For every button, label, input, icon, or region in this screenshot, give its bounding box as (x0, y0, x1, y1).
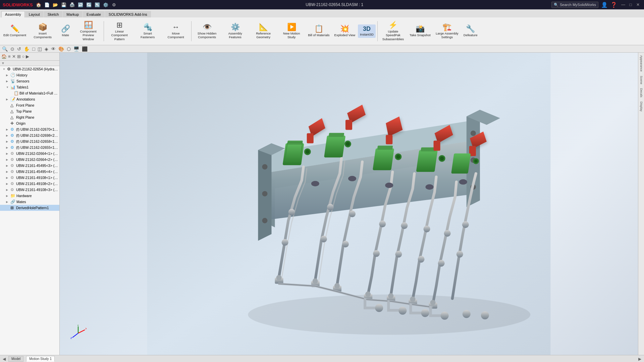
sel-btn[interactable]: ↖️ (94, 1, 101, 8)
edit-component-btn[interactable]: ✏️ Edit Component (1, 24, 28, 38)
display-style-btn[interactable]: ◈ (44, 46, 49, 52)
tab-model[interactable]: Model (8, 356, 23, 362)
zoom-area-btn[interactable]: ⊙ (10, 46, 15, 52)
tab-solidworks-addins[interactable]: SOLIDWORKS Add-Ins (105, 11, 151, 17)
take-snapshot-label: Take Snapshot (410, 33, 431, 37)
update-speedpak-btn[interactable]: ⚡ Update SpeedPak Subassemblies (379, 20, 407, 42)
tree-item-comp5[interactable]: ▶ ⚙ UBW-21162-02664<1> (Valve Brac (0, 150, 59, 157)
edit-appearance-btn[interactable]: 🎨 (58, 46, 65, 52)
print-btn[interactable]: 🖨️ (68, 1, 76, 8)
tree-item-history[interactable]: ▶ 🕐 History (0, 72, 59, 78)
dim-mgr-icon[interactable]: ⊞ (17, 54, 21, 59)
tree-item-front-plane[interactable]: △ Front Plane (0, 102, 59, 108)
tree-item-annotations[interactable]: ▶ 📝 Annotations (0, 96, 59, 102)
rotate-view-btn[interactable]: ↺ (16, 46, 22, 52)
minimize-btn[interactable]: — (620, 1, 627, 8)
tree-item-comp2[interactable]: ▶ ⚙ (f) UBW-21162-02698<2> (PVHO I (0, 132, 59, 138)
instant3d-btn[interactable]: 3D Instant3D (358, 24, 376, 38)
markup-icon[interactable]: ○ (22, 54, 25, 59)
open-btn[interactable]: 📂 (52, 1, 59, 8)
view-orient-btn[interactable]: □ (32, 46, 36, 52)
tree-item-derived-hole-pattern[interactable]: ⊞ DerivedHolePattern1 (0, 205, 59, 211)
close-btn[interactable]: ✕ (635, 1, 641, 8)
exploded-view-btn[interactable]: 💥 Exploded View (332, 24, 358, 38)
tree-item-root[interactable]: ▼ ⚙ UBW-21162-02654 (Hydraulic Shut Off (0, 66, 59, 72)
show-hidden-label: Show Hidden Components (195, 32, 219, 39)
component-preview-btn[interactable]: 🪟 Component Preview Window (74, 20, 102, 42)
decals-tab[interactable]: Decals (639, 87, 644, 99)
options-btn[interactable]: ⚙ (110, 1, 118, 8)
sep3 (377, 21, 378, 41)
tab-assembly[interactable]: Assembly (1, 11, 25, 17)
expand-icon[interactable]: ▶ (26, 54, 29, 59)
tree-item-sensors[interactable]: ▶ 📡 Sensors (0, 78, 59, 84)
scene-btn[interactable]: ⬡ (66, 46, 71, 52)
linear-component-pattern-btn[interactable]: ⊞ Linear Component Pattern (106, 20, 133, 42)
insert-components-btn[interactable]: 📦 Insert Components (29, 22, 56, 41)
appearance-tab[interactable]: Appearance (639, 54, 644, 73)
tree-item-top-plane[interactable]: △ Top Plane (0, 108, 59, 114)
view-setting-btn[interactable]: ⬛ (81, 46, 88, 52)
take-snapshot-btn[interactable]: 📸 Take Snapshot (408, 24, 433, 38)
user-icon[interactable]: 👤 (601, 2, 608, 8)
new-motion-study-btn[interactable]: ▶️ New Motion Study (278, 22, 305, 41)
tree-item-mates[interactable]: ▶ 🔗 Mates (0, 199, 59, 205)
config-mgr-icon[interactable]: ✕ (12, 54, 16, 59)
home-btn[interactable]: 🏠 (35, 1, 42, 8)
smart-fasteners-btn[interactable]: 🔩 Smart Fasteners (134, 22, 161, 41)
bill-of-materials-btn[interactable]: 📋 Bill of Materials (306, 24, 331, 38)
reference-geometry-btn[interactable]: 📐 Reference Geometry (250, 22, 277, 41)
defeature-btn[interactable]: 🔧 Defeature (462, 24, 480, 38)
svg-point-43 (423, 226, 430, 232)
show-hidden-components-btn[interactable]: 👁️ Show Hidden Components (193, 22, 221, 41)
scroll-left-btn[interactable]: ◀ (3, 357, 6, 361)
tab-markup[interactable]: Markup (63, 11, 83, 17)
large-assembly-settings-btn[interactable]: 🏗️ Large Assembly Settings (433, 22, 461, 41)
settings-btn[interactable]: ⚙️ (102, 1, 109, 8)
tab-motion-study-1[interactable]: Motion Study 1 (26, 356, 55, 362)
zoom-fit-btn[interactable]: 🔍 (1, 46, 8, 52)
move-component-btn[interactable]: ↔️ Move Component (162, 22, 190, 41)
tree-item-comp6[interactable]: ▶ ⚙ UBW-21162-02664<2> (Valve Brac (0, 157, 59, 163)
tab-sketch[interactable]: Sketch (44, 11, 63, 17)
tree-item-origin[interactable]: ✛ Origin (0, 120, 59, 126)
svg-point-62 (398, 307, 407, 315)
section-view-btn[interactable]: ◫ (37, 46, 43, 52)
scroll-right-btn[interactable]: ▶ (638, 357, 641, 361)
feature-mgr-icon[interactable]: 🏠 (1, 54, 7, 59)
mate-btn[interactable]: 🔗 Mate (57, 24, 74, 38)
svg-point-39 (379, 221, 386, 227)
tree-item-right-plane[interactable]: △ Right Plane (0, 114, 59, 120)
tree-item-bom[interactable]: 📋 Bill of Materials1<Full System (0, 90, 59, 96)
maximize-btn[interactable]: □ (627, 1, 634, 8)
tree-item-comp1[interactable]: ▶ ⚙ (f) UBW-21162-02670<1> (Hydra... (0, 126, 59, 132)
tree-item-comp8[interactable]: ▶ ⚙ UBW-21161-45495<4> (Tube Clan... (0, 169, 59, 175)
help-icon[interactable]: ❓ (610, 2, 617, 8)
3d-viewport[interactable]: X Y Z (60, 53, 638, 355)
ribbon-tabs: Assembly Layout Sketch Markup Evaluate S… (0, 9, 644, 17)
tree-item-comp9[interactable]: ▶ ⚙ UBW-21161-49108<1> (Tube Clan... (0, 175, 59, 181)
undo-btn[interactable]: ↩️ (77, 1, 84, 8)
tree-item-comp4[interactable]: ▶ ⚙ (f) UBW-21162-02655<1> -> (Hyd... (0, 144, 59, 150)
assembly-features-btn[interactable]: ⚙️ Assembly Features (221, 22, 249, 41)
display-state-btn[interactable]: 🖥️ (73, 46, 80, 52)
reference-geometry-label: Reference Geometry (252, 32, 275, 39)
tree-item-comp7[interactable]: ▶ ⚙ UBW-21161-45495<3> (Tube Clan... (0, 163, 59, 169)
tree-item-comp3[interactable]: ▶ ⚙ (f) UBW-21162-02658<1> (PVHO I (0, 138, 59, 144)
tree-item-hardware[interactable]: ▶ 📁 Hardware (0, 193, 59, 199)
property-mgr-icon[interactable]: ≡ (8, 54, 11, 59)
redo-btn[interactable]: ↪️ (85, 1, 93, 8)
tab-evaluate[interactable]: Evaluate (83, 11, 105, 17)
tab-layout[interactable]: Layout (25, 11, 44, 17)
search-bar[interactable]: 🔍 Search MySolidWorks (551, 2, 598, 8)
tree-item-tables1[interactable]: ▼ 📊 Tables1 (0, 84, 59, 90)
pan-btn[interactable]: ✋ (23, 46, 30, 52)
hide-show-btn[interactable]: 👁 (50, 46, 56, 52)
display-states-tab[interactable]: Display (639, 100, 644, 113)
new-btn[interactable]: 📄 (43, 1, 51, 8)
tree-item-comp10[interactable]: ▶ ⚙ UBW-21161-49108<2> (Tube Clan... (0, 181, 59, 187)
instant3d-icon: 3D (363, 26, 371, 32)
scene-tab[interactable]: Scene (639, 74, 644, 86)
tree-item-comp11[interactable]: ▶ ⚙ UBW-21161-49108<3> (Tube Clan... (0, 187, 59, 193)
save-btn[interactable]: 💾 (60, 1, 67, 8)
